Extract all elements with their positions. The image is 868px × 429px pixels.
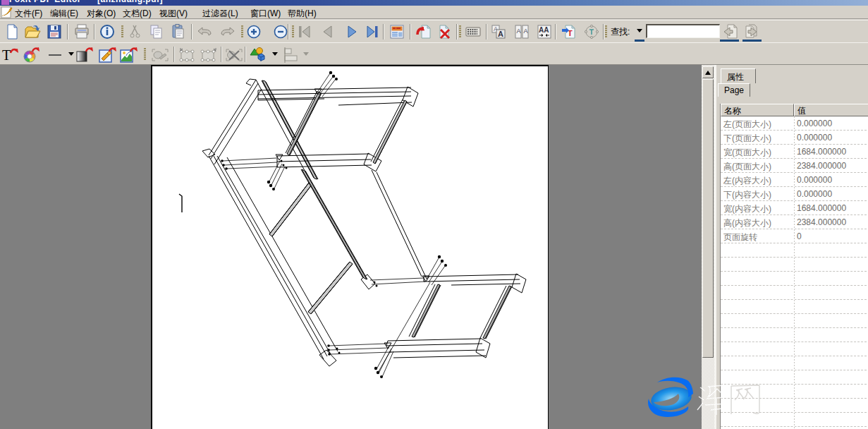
svg-text:AA: AA — [539, 26, 549, 34]
svg-text:A: A — [498, 30, 503, 38]
svg-text:T: T — [2, 47, 11, 63]
svg-text:A: A — [524, 28, 528, 35]
svg-text:A: A — [517, 28, 521, 35]
